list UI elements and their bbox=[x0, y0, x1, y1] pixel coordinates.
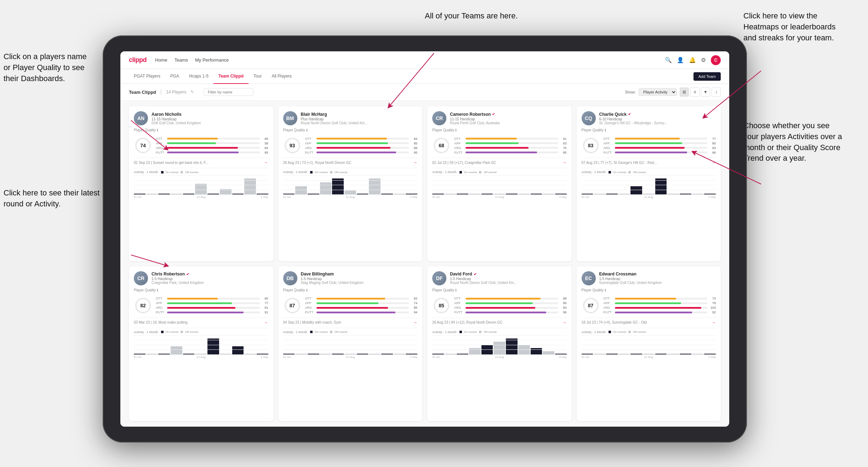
stat-row-ott: OTT 77 bbox=[604, 137, 716, 141]
players-grid: AN Aaron Nicholls 11-15 Handicap Drift G… bbox=[120, 101, 729, 427]
settings-icon[interactable]: ⚙ bbox=[701, 57, 706, 63]
round-arrow-icon[interactable]: → bbox=[413, 320, 417, 325]
list-view-btn[interactable]: ≡ bbox=[690, 87, 699, 97]
chart-bar bbox=[134, 194, 145, 194]
round-arrow-icon[interactable]: → bbox=[712, 320, 716, 325]
player-avatar[interactable]: DF bbox=[432, 271, 446, 285]
player-name[interactable]: Aaron Nicholls bbox=[152, 112, 268, 117]
round-info[interactable]: 18 Jul 23 | 74 (+4), Sunningdale GC - Ol… bbox=[582, 318, 716, 325]
player-header: CQ Charlie Quick✔ 6-10 Handicap St. Geor… bbox=[582, 111, 716, 125]
player-name[interactable]: Cameron Robertson✔ bbox=[450, 112, 567, 117]
chart-bar bbox=[183, 354, 195, 354]
oncourse-legend-dot bbox=[310, 331, 313, 333]
chart-bars bbox=[582, 175, 716, 194]
quality-section[interactable]: 85 OTT 89 APP 80 ARG bbox=[432, 296, 567, 315]
round-text: 03 Mar 23 | 19, Must make putting bbox=[134, 320, 188, 324]
tab-pgat[interactable]: PGAT Players bbox=[129, 69, 165, 84]
player-avatar[interactable]: DB bbox=[283, 271, 297, 285]
edit-icon[interactable]: ✎ bbox=[190, 90, 194, 95]
quality-section[interactable]: 68 OTT 61 APP 63 ARG bbox=[432, 136, 567, 155]
chart-bar bbox=[344, 190, 356, 194]
player-avatar[interactable]: BM bbox=[283, 111, 297, 125]
round-info[interactable]: 26 Aug 23 | 73 (+1), Royal North Devon G… bbox=[283, 158, 418, 165]
player-club: Craigmillar Park, United Kingdom bbox=[152, 281, 268, 285]
quality-section[interactable]: 82 OTT 60 APP 77 ARG bbox=[134, 296, 268, 315]
tab-team-clippd[interactable]: Team Clippd bbox=[213, 69, 249, 84]
player-name[interactable]: Charlie Quick✔ bbox=[599, 112, 716, 117]
round-info[interactable]: 02 Sep 23 | Sunset round to get back int… bbox=[134, 158, 268, 165]
round-info[interactable]: 02 Jul 23 | 59 (+17), Craigmillar Park G… bbox=[432, 158, 567, 165]
activity-section: Activity · 1 Month On course Off course bbox=[134, 168, 268, 199]
tab-tour[interactable]: Tour bbox=[249, 69, 267, 84]
chart-bar bbox=[618, 194, 630, 194]
chart-xlabels: 31 Jul 21 Aug 4 Sep bbox=[134, 355, 268, 359]
filter-input[interactable] bbox=[204, 88, 253, 96]
round-arrow-icon[interactable]: → bbox=[413, 160, 417, 165]
activity-label: Activity · 1 Month bbox=[134, 170, 158, 174]
player-avatar[interactable]: CR bbox=[432, 111, 446, 125]
player-name[interactable]: Dave Billingham bbox=[301, 272, 418, 277]
round-text: 26 Aug 23 | 84 (+12), Royal North Devon … bbox=[432, 320, 503, 324]
stat-row-ott: OTT 60 bbox=[156, 137, 268, 141]
quality-section[interactable]: 87 OTT 73 APP 79 ARG bbox=[582, 296, 716, 315]
filter-btn[interactable]: ▼ bbox=[701, 87, 710, 97]
nav-home[interactable]: Home bbox=[155, 56, 167, 64]
chart-bar bbox=[295, 186, 307, 194]
quality-section[interactable]: 74 OTT 60 APP 58 ARG bbox=[134, 136, 268, 155]
add-team-button[interactable]: Add Team bbox=[693, 72, 721, 81]
chart-bar bbox=[344, 354, 356, 354]
chart-bar bbox=[555, 354, 567, 354]
round-arrow-icon[interactable]: → bbox=[563, 160, 567, 165]
nav-performance[interactable]: My Performance bbox=[195, 56, 229, 64]
bell-icon[interactable]: 🔔 bbox=[689, 57, 696, 63]
player-handicap: 11-15 Handicap bbox=[152, 117, 268, 121]
chart-bar bbox=[332, 178, 344, 194]
round-info[interactable]: 03 Mar 23 | 19, Must make putting → bbox=[134, 318, 268, 325]
profile-icon[interactable]: 👤 bbox=[677, 57, 684, 63]
round-info[interactable]: 07 Aug 23 | 77 (+7), St George's Hill GC… bbox=[582, 158, 716, 165]
player-name[interactable]: David Ford✔ bbox=[450, 272, 567, 277]
round-arrow-icon[interactable]: → bbox=[563, 320, 567, 325]
avatar[interactable]: C bbox=[711, 55, 721, 65]
chart-bar bbox=[320, 182, 332, 194]
quality-section[interactable]: 87 OTT 82 APP 74 ARG bbox=[283, 296, 418, 315]
player-avatar[interactable]: AN bbox=[134, 111, 148, 125]
round-info[interactable]: 26 Aug 23 | 84 (+12), Royal North Devon … bbox=[432, 318, 567, 325]
score-value: 87 bbox=[588, 303, 594, 308]
chart-area bbox=[582, 175, 716, 195]
chart-bar bbox=[518, 345, 530, 354]
player-avatar[interactable]: CQ bbox=[582, 111, 596, 125]
player-header: CR Chris Robertson✔ 1-5 Handicap Craigmi… bbox=[134, 271, 268, 285]
player-info: Chris Robertson✔ 1-5 Handicap Craigmilla… bbox=[152, 272, 268, 285]
tab-hcaps[interactable]: Hcaps 1-5 bbox=[184, 69, 213, 84]
nav-teams[interactable]: Teams bbox=[175, 56, 188, 64]
quality-label: Player Quality ℹ bbox=[582, 288, 716, 292]
player-name[interactable]: Blair McHarg bbox=[301, 112, 418, 117]
offcourse-legend-text: Off course bbox=[335, 330, 348, 334]
grid-view-btn[interactable]: ⊞ bbox=[680, 87, 689, 97]
search-icon[interactable]: 🔍 bbox=[665, 57, 672, 63]
show-select[interactable]: Player Activity bbox=[639, 88, 677, 96]
tab-all-players[interactable]: All Players bbox=[267, 69, 297, 84]
round-arrow-icon[interactable]: → bbox=[712, 160, 716, 165]
chart-bar bbox=[146, 354, 158, 354]
player-header: AN Aaron Nicholls 11-15 Handicap Drift G… bbox=[134, 111, 268, 125]
activity-section: Activity · 1 Month On course Off course bbox=[283, 168, 418, 199]
round-arrow-icon[interactable]: → bbox=[264, 320, 268, 325]
player-name[interactable]: Chris Robertson✔ bbox=[152, 272, 268, 277]
stat-row-arg: ARG 84 bbox=[156, 146, 268, 150]
round-info[interactable]: 04 Sep 23 | Mobility with coach, Gym → bbox=[283, 318, 418, 325]
sort-btn[interactable]: ↕ bbox=[712, 87, 721, 97]
round-arrow-icon[interactable]: → bbox=[264, 160, 268, 165]
player-avatar[interactable]: EC bbox=[582, 271, 596, 285]
quality-section[interactable]: 83 OTT 77 APP 80 ARG bbox=[582, 136, 716, 155]
player-avatar[interactable]: CR bbox=[134, 271, 148, 285]
tab-pga[interactable]: PGA bbox=[165, 69, 184, 84]
chart-area bbox=[432, 335, 567, 355]
stat-row-app: APP 85 bbox=[305, 142, 418, 145]
activity-label: Activity · 1 Month bbox=[582, 170, 606, 174]
stat-row-ott: OTT 84 bbox=[305, 137, 418, 141]
player-name[interactable]: Edward Crossman bbox=[599, 272, 716, 277]
quality-section[interactable]: 93 OTT 84 APP 85 ARG bbox=[283, 136, 418, 155]
chart-bar bbox=[594, 354, 605, 354]
